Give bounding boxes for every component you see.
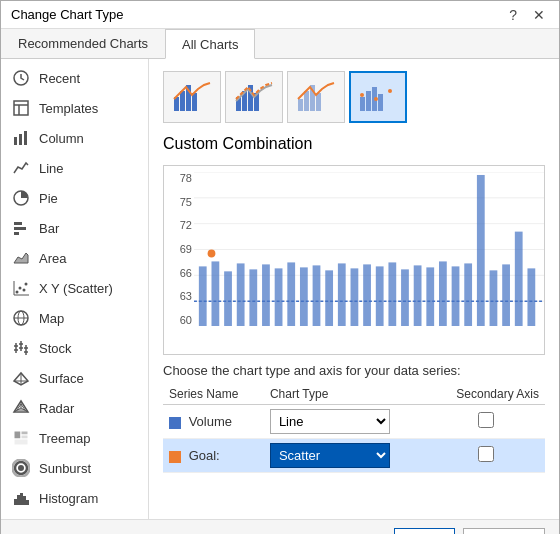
sidebar-item-treemap[interactable]: Treemap (1, 423, 148, 453)
sidebar-label-area: Area (39, 251, 66, 266)
svg-point-124 (208, 249, 216, 257)
sidebar-item-bar[interactable]: Bar (1, 213, 148, 243)
secondary-axis-checkbox-goal[interactable] (478, 446, 494, 462)
col-secondary-axis: Secondary Axis (428, 384, 545, 405)
y-label-75: 75 (180, 196, 192, 208)
sidebar-item-column[interactable]: Column (1, 123, 148, 153)
svg-rect-112 (388, 262, 396, 326)
svg-rect-104 (287, 262, 295, 326)
sidebar-label-templates: Templates (39, 101, 98, 116)
sidebar-item-line[interactable]: Line (1, 153, 148, 183)
svg-rect-117 (452, 266, 460, 326)
svg-rect-40 (21, 435, 28, 439)
sidebar-item-histogram[interactable]: Histogram (1, 483, 148, 513)
area-icon (11, 248, 31, 268)
svg-rect-110 (363, 264, 371, 326)
svg-rect-80 (298, 99, 303, 111)
sidebar-label-bar: Bar (39, 221, 59, 236)
series-chart-type-volume[interactable]: Line Bar Column Area Scatter (264, 405, 428, 439)
series-chart-type-goal[interactable]: Line Bar Column Area Scatter (264, 439, 428, 473)
secondary-axis-checkbox-volume[interactable] (478, 412, 494, 428)
sidebar-item-box[interactable]: Box & Whisker (1, 513, 148, 519)
svg-rect-45 (14, 499, 17, 505)
sidebar-item-sunburst[interactable]: Sunburst (1, 453, 148, 483)
change-chart-type-dialog: Change Chart Type ? ✕ Recommended Charts… (0, 0, 560, 534)
help-button[interactable]: ? (505, 8, 521, 22)
ok-button[interactable]: OK (394, 528, 455, 534)
cancel-button[interactable]: Cancel (463, 528, 545, 534)
sidebar-label-map: Map (39, 311, 64, 326)
svg-rect-102 (262, 264, 270, 326)
sunburst-icon (11, 458, 31, 478)
surface-icon (11, 368, 31, 388)
sidebar-label-pie: Pie (39, 191, 58, 206)
sidebar-item-map[interactable]: Map (1, 303, 148, 333)
chart-icon-3[interactable] (287, 71, 345, 123)
sidebar-item-xy[interactable]: X Y (Scatter) (1, 273, 148, 303)
svg-rect-108 (338, 263, 346, 326)
sidebar-label-histogram: Histogram (39, 491, 98, 506)
stock-icon (11, 338, 31, 358)
svg-rect-81 (304, 91, 309, 111)
svg-rect-116 (439, 261, 447, 326)
data-series-section: Choose the chart type and axis for your … (163, 363, 545, 473)
sidebar-item-radar[interactable]: Radar (1, 393, 148, 423)
svg-rect-87 (378, 94, 383, 111)
bar-icon (11, 218, 31, 238)
svg-rect-101 (249, 269, 257, 326)
svg-rect-4 (14, 137, 17, 145)
chart-icon-1[interactable] (163, 71, 221, 123)
svg-rect-114 (414, 265, 422, 326)
sidebar-item-area[interactable]: Area (1, 243, 148, 273)
sidebar-label-column: Column (39, 131, 84, 146)
y-label-66: 66 (180, 267, 192, 279)
sidebar-item-recent[interactable]: Recent (1, 63, 148, 93)
tab-all-charts[interactable]: All Charts (165, 29, 255, 59)
series-color-volume (169, 417, 181, 429)
sidebar-item-surface[interactable]: Surface (1, 363, 148, 393)
recent-icon (11, 68, 31, 88)
chart-icon-4[interactable] (349, 71, 407, 123)
tab-recommended[interactable]: Recommended Charts (1, 29, 165, 58)
sidebar-label-line: Line (39, 161, 64, 176)
dialog-title: Change Chart Type (11, 7, 124, 22)
svg-rect-6 (24, 131, 27, 145)
svg-point-42 (18, 465, 24, 471)
title-bar: Change Chart Type ? ✕ (1, 1, 559, 29)
svg-rect-119 (477, 175, 485, 326)
svg-rect-100 (237, 263, 245, 326)
col-chart-type: Chart Type (264, 384, 428, 405)
sidebar-item-templates[interactable]: Templates (1, 93, 148, 123)
y-label-72: 72 (180, 219, 192, 231)
svg-rect-47 (20, 493, 23, 505)
sidebar-item-pie[interactable]: Pie (1, 183, 148, 213)
sidebar-label-stock: Stock (39, 341, 72, 356)
sidebar: Recent Templates Column Li (1, 59, 149, 519)
dialog-footer: OK Cancel (1, 519, 559, 534)
close-button[interactable]: ✕ (529, 8, 549, 22)
sidebar-label-surface: Surface (39, 371, 84, 386)
svg-rect-84 (360, 97, 365, 111)
svg-point-13 (19, 287, 22, 290)
map-icon (11, 308, 31, 328)
chart-type-select-volume[interactable]: Line Bar Column Area Scatter (270, 409, 390, 434)
svg-rect-123 (527, 268, 535, 326)
main-panel: Custom Combination 78 75 72 69 66 63 60 (149, 59, 559, 519)
svg-point-15 (25, 283, 28, 286)
svg-rect-10 (14, 232, 19, 235)
svg-rect-39 (21, 431, 28, 435)
chart-type-select-goal[interactable]: Line Bar Column Area Scatter (270, 443, 390, 468)
secondary-axis-volume[interactable] (428, 405, 545, 439)
scatter-icon (11, 278, 31, 298)
series-row-goal: Goal: Line Bar Column Area Scatter (163, 439, 545, 473)
chart-icon-2[interactable] (225, 71, 283, 123)
histogram-icon (11, 488, 31, 508)
secondary-axis-goal[interactable] (428, 439, 545, 473)
svg-rect-120 (490, 270, 498, 326)
svg-rect-118 (464, 263, 472, 326)
svg-rect-8 (14, 222, 22, 225)
svg-point-14 (23, 289, 26, 292)
svg-rect-107 (325, 270, 333, 326)
treemap-icon (11, 428, 31, 448)
sidebar-item-stock[interactable]: Stock (1, 333, 148, 363)
